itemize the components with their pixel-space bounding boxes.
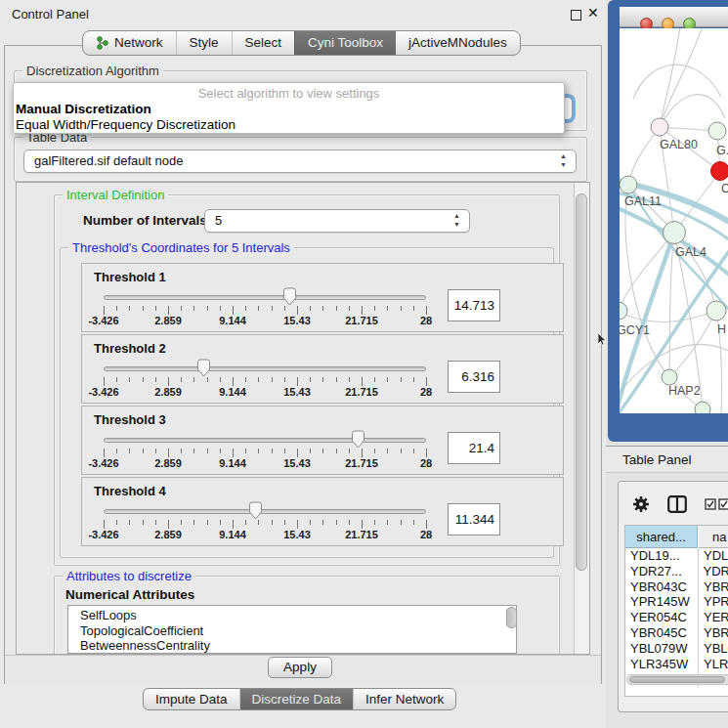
apply-button[interactable]: Apply (268, 657, 332, 678)
numerical-attributes-list[interactable]: SelfLoopsTopologicalCoefficientBetweenne… (67, 605, 517, 654)
slider-tick-label: 15.43 (283, 315, 311, 326)
table-row[interactable]: YBR043CYBR0 (625, 579, 728, 595)
slider-tick (336, 520, 337, 525)
slider-tick (272, 449, 273, 453)
slider-tick (143, 306, 144, 311)
slider-tick-label: -3.426 (88, 315, 118, 326)
table-cell: YPR145W (625, 594, 698, 610)
number-of-intervals-combobox[interactable]: 5 ▲▼ (204, 209, 470, 233)
threshold-1-slider-thumb[interactable] (282, 287, 297, 306)
slider-tick (143, 520, 144, 525)
algorithm-dropdown-popup: Select algorithm to view settings Manual… (13, 82, 565, 134)
slider-tick (220, 449, 221, 453)
slider-tick-label: -3.426 (88, 386, 118, 398)
column-header-name[interactable]: na (699, 526, 728, 548)
network-node[interactable] (711, 162, 728, 181)
slider-tick (284, 449, 285, 453)
slider-tick (336, 377, 337, 382)
slider-tick (413, 449, 414, 453)
slider-tick (129, 306, 130, 311)
table-row[interactable]: YDL19...YDL1 (625, 548, 728, 564)
threshold-2-value-field[interactable]: 6.316 (448, 361, 500, 393)
table-horizontal-scrollbar[interactable] (626, 674, 728, 685)
slider-tick (272, 377, 273, 382)
float-window-icon[interactable] (571, 10, 581, 21)
network-node[interactable] (620, 302, 627, 320)
network-node[interactable] (695, 402, 710, 413)
table-rows[interactable]: YDL19...YDL1YDR27...YDR2YBR043CYBR0YPR14… (625, 548, 728, 687)
slider-tick (181, 449, 182, 453)
tab-infer-network[interactable]: Infer Network (353, 689, 455, 709)
select-rows-checkboxes-icon[interactable] (705, 498, 728, 510)
control-panel-title: Control Panel (12, 7, 89, 21)
dropdown-option-equal-width-frequency[interactable]: Equal Width/Frequency Discretization (14, 117, 564, 133)
settings-vertical-scrollbar-thumb[interactable] (576, 193, 587, 571)
close-window-icon[interactable]: ✕ (587, 5, 599, 21)
table-row[interactable]: YDR27...YDR2 (625, 564, 728, 579)
slider-tick-label: 28 (420, 529, 432, 540)
tab-jactivemnodules[interactable]: jActiveMNodules (396, 31, 520, 55)
table-data-combobox[interactable]: galFiltered.sif default node ▲▼ (23, 150, 577, 173)
tab-network[interactable]: Network (83, 31, 176, 55)
dropdown-option-manual-discretization[interactable]: Manual Discretization (14, 102, 564, 117)
slider-tick (116, 306, 117, 311)
tab-discretize-data[interactable]: Discretize Data (239, 689, 354, 709)
network-edge (669, 233, 674, 377)
threshold-3-value-field[interactable]: 21.4 (448, 432, 500, 464)
network-node[interactable] (707, 301, 726, 321)
slider-tick (401, 377, 402, 382)
attribute-list-item[interactable]: BetweennessCentrality (80, 638, 516, 654)
network-canvas[interactable]: GAL80G.CGAL11GAL4GCY1HHAP2 (620, 28, 728, 413)
table-settings-gear-icon[interactable] (632, 495, 650, 513)
tab-select[interactable]: Select (232, 31, 295, 55)
slider-tick (387, 520, 388, 525)
combo-stepper-icon: ▲▼ (560, 151, 567, 169)
slider-tick-label: -3.426 (88, 457, 118, 469)
slider-tick-label: -3.426 (88, 529, 118, 540)
network-node[interactable] (662, 369, 677, 385)
table-cell: YBL079W (625, 641, 698, 657)
slider-tick (258, 449, 259, 453)
column-visibility-icon[interactable] (667, 495, 687, 513)
attribute-list-item[interactable]: SelfLoops (80, 608, 516, 623)
network-edge (620, 311, 716, 321)
threshold-3-slider-track[interactable] (104, 438, 426, 443)
network-node[interactable] (651, 118, 668, 136)
tab-impute-data[interactable]: Impute Data (144, 689, 239, 709)
table-row[interactable]: YBR045CYBR0 (625, 625, 728, 641)
threshold-1-value-field[interactable]: 14.713 (448, 289, 500, 321)
slider-tick-label: 28 (420, 315, 432, 326)
slider-tick (272, 520, 273, 525)
network-window-titlebar[interactable] (620, 7, 728, 27)
slider-tick-label: 15.43 (283, 529, 311, 540)
table-row[interactable]: YBL079WYBL0 (625, 641, 728, 657)
threshold-2-slider-track[interactable] (104, 366, 426, 371)
slider-tick (233, 520, 234, 529)
threshold-4-slider-track[interactable] (104, 509, 426, 514)
slider-tick-label: 21.715 (345, 315, 378, 326)
slider-tick (155, 520, 156, 525)
threshold-4-value-field[interactable]: 11.344 (448, 503, 500, 535)
column-header-shared-name[interactable]: shared... (625, 526, 698, 548)
slider-tick (233, 306, 234, 315)
attributes-list-scrollbar[interactable] (506, 607, 517, 628)
threshold-4-label: Threshold 4 (94, 484, 166, 498)
table-row[interactable]: YER054CYER0 (625, 610, 728, 625)
threshold-2-slider-thumb[interactable] (196, 359, 211, 377)
table-row[interactable]: YLR345WYLR3 (625, 657, 728, 672)
table-row[interactable]: YPR145WYPR1 (625, 594, 728, 610)
attribute-list-item[interactable]: TopologicalCoefficient (80, 623, 516, 639)
slider-tick (374, 377, 375, 382)
slider-tick-label: 9.144 (219, 457, 246, 469)
network-node[interactable] (708, 122, 726, 140)
network-node[interactable] (620, 176, 637, 193)
threshold-4-slider-thumb[interactable] (248, 501, 263, 520)
tab-cyni-toolbox[interactable]: Cyni Toolbox (294, 31, 396, 55)
threshold-3-slider-thumb[interactable] (351, 430, 365, 449)
slider-tick (401, 449, 402, 453)
tab-style[interactable]: Style (176, 31, 232, 55)
threshold-1-slider-track[interactable] (104, 295, 426, 300)
slider-tick (362, 520, 363, 529)
network-node[interactable] (664, 222, 686, 244)
table-horizontal-scrollbar-thumb[interactable] (629, 676, 725, 683)
